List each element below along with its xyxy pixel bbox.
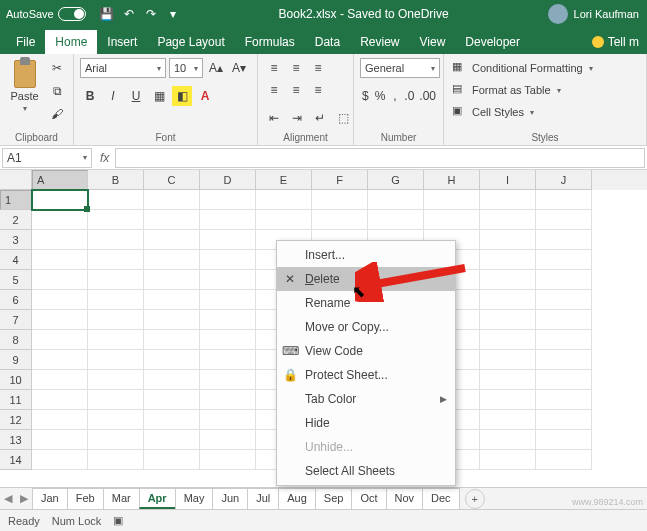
sheet-tab[interactable]: Dec [422,488,460,509]
cell[interactable] [480,350,536,370]
row-header[interactable]: 2 [0,210,32,230]
cell[interactable] [480,270,536,290]
cell[interactable] [144,370,200,390]
cell[interactable] [144,290,200,310]
cell[interactable] [480,390,536,410]
cell[interactable] [200,350,256,370]
cell[interactable] [200,290,256,310]
ctx-tab-color[interactable]: Tab Color▶ [277,387,455,411]
bold-button[interactable]: B [80,86,100,106]
row-header[interactable]: 6 [0,290,32,310]
decrease-decimal-icon[interactable]: .00 [418,86,437,106]
cell[interactable] [200,230,256,250]
cell[interactable] [32,210,88,230]
cell[interactable] [32,310,88,330]
row-header[interactable]: 14 [0,450,32,470]
sheet-tab[interactable]: Jun [212,488,248,509]
increase-font-icon[interactable]: A▴ [206,58,226,78]
cell[interactable] [144,410,200,430]
cell[interactable] [424,190,480,210]
sheet-nav-next-icon[interactable]: ▶ [16,492,32,505]
align-left-icon[interactable]: ≡ [264,80,284,100]
decrease-indent-icon[interactable]: ⇤ [264,108,284,128]
cell[interactable] [88,210,144,230]
cell[interactable] [536,390,592,410]
cell[interactable] [480,250,536,270]
cell[interactable] [32,230,88,250]
save-icon[interactable]: 💾 [100,7,114,21]
cell[interactable] [88,350,144,370]
cell[interactable] [88,270,144,290]
name-box[interactable]: A1▾ [2,148,92,168]
paste-button[interactable]: Paste ▾ [6,58,43,113]
column-header[interactable]: G [368,170,424,190]
cell[interactable] [200,310,256,330]
cell[interactable] [200,190,256,210]
tab-file[interactable]: File [6,30,45,54]
cell[interactable] [200,390,256,410]
tab-page-layout[interactable]: Page Layout [147,30,234,54]
cell[interactable] [32,410,88,430]
cell[interactable] [480,190,536,210]
cell[interactable] [200,430,256,450]
row-header[interactable]: 4 [0,250,32,270]
increase-decimal-icon[interactable]: .0 [403,86,415,106]
currency-icon[interactable]: $ [360,86,371,106]
cell[interactable] [480,450,536,470]
cell[interactable] [480,330,536,350]
format-painter-icon[interactable]: 🖌 [47,104,67,124]
cell[interactable] [536,370,592,390]
cell[interactable] [480,290,536,310]
cell[interactable] [32,430,88,450]
column-header[interactable]: F [312,170,368,190]
column-header[interactable]: J [536,170,592,190]
cell-styles-button[interactable]: ▣Cell Styles▾ [450,102,536,122]
sheet-tab[interactable]: Aug [278,488,316,509]
font-color-icon[interactable]: A [195,86,215,106]
cell[interactable] [536,310,592,330]
ctx-insert[interactable]: Insert... [277,243,455,267]
decrease-font-icon[interactable]: A▾ [229,58,249,78]
tab-developer[interactable]: Developer [455,30,530,54]
cell[interactable] [200,270,256,290]
cell[interactable] [200,370,256,390]
cell[interactable] [256,210,312,230]
ctx-hide[interactable]: Hide [277,411,455,435]
cell[interactable] [144,310,200,330]
ctx-protect-sheet[interactable]: 🔒Protect Sheet... [277,363,455,387]
sheet-tab[interactable]: Mar [103,488,140,509]
cell[interactable] [144,350,200,370]
toggle-switch-icon[interactable] [58,7,86,21]
cell[interactable] [480,370,536,390]
row-header[interactable]: 3 [0,230,32,250]
column-header[interactable]: E [256,170,312,190]
cell[interactable] [88,230,144,250]
cell[interactable] [88,330,144,350]
cell[interactable] [32,350,88,370]
autosave-toggle[interactable]: AutoSave [0,7,92,21]
underline-button[interactable]: U [126,86,146,106]
cell[interactable] [144,450,200,470]
sheet-tab[interactable]: Oct [351,488,386,509]
cell[interactable] [480,210,536,230]
cell[interactable] [368,190,424,210]
row-header[interactable]: 5 [0,270,32,290]
align-center-icon[interactable]: ≡ [286,80,306,100]
cell[interactable] [144,390,200,410]
cell[interactable] [256,190,312,210]
column-header[interactable]: D [200,170,256,190]
sheet-nav-prev-icon[interactable]: ◀ [0,492,16,505]
fx-icon[interactable]: fx [94,151,115,165]
cell[interactable] [536,330,592,350]
cell[interactable] [200,210,256,230]
cell[interactable] [32,250,88,270]
align-right-icon[interactable]: ≡ [308,80,328,100]
column-header[interactable]: A [32,170,88,190]
border-icon[interactable]: ▦ [149,86,169,106]
cell[interactable] [536,250,592,270]
formula-input[interactable] [115,148,645,168]
cell[interactable] [144,190,200,210]
cell[interactable] [144,430,200,450]
sheet-tab[interactable]: Jul [247,488,279,509]
cell[interactable] [536,290,592,310]
